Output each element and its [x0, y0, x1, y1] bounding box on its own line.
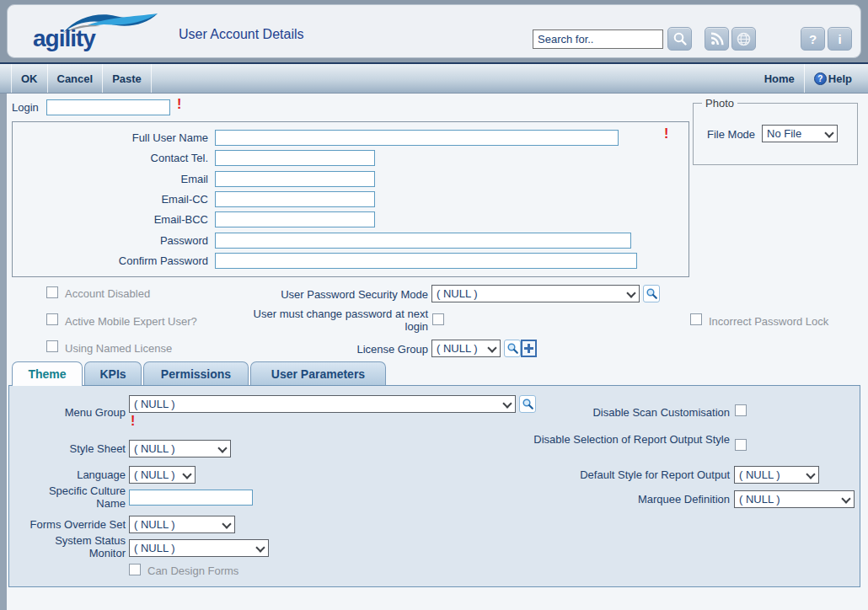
email-cc-input[interactable]: [215, 191, 375, 207]
file-mode-label: File Mode: [707, 128, 755, 141]
chevron-down-icon: [842, 495, 850, 503]
paste-button[interactable]: Paste: [103, 64, 151, 93]
cancel-button[interactable]: Cancel: [48, 64, 103, 93]
change-password-label: User must change password at next login: [240, 308, 428, 333]
license-group-add-button[interactable]: [521, 340, 537, 357]
content: Login ! Photo File Mode No File Full Use…: [0, 94, 868, 610]
globe-button[interactable]: [731, 27, 756, 51]
active-mobile-expert-label: Active Mobile Expert User?: [65, 315, 197, 328]
login-input[interactable]: [46, 99, 170, 115]
email-label: Email: [13, 173, 215, 185]
chevron-down-icon: [806, 471, 815, 479]
help-toolbar-label: Help: [828, 72, 852, 85]
magnifier-icon: [646, 287, 658, 300]
specific-culture-name-label: Specific Culture Name: [33, 484, 126, 510]
license-group-lookup-button[interactable]: [504, 340, 521, 357]
tab-user-parameters[interactable]: User Parameters: [250, 361, 386, 385]
home-button[interactable]: Home: [755, 64, 804, 93]
app-logo: agility: [26, 7, 161, 59]
password-row: Password: [13, 233, 631, 249]
help-icon: ?: [809, 32, 817, 46]
help-toolbar-button[interactable]: ?Help: [805, 64, 861, 93]
style-sheet-select[interactable]: ( NULL ): [129, 440, 231, 458]
forms-override-set-select[interactable]: ( NULL ): [129, 516, 235, 533]
chevron-down-icon: [183, 471, 191, 479]
email-bcc-input[interactable]: [215, 211, 375, 227]
login-label: Login: [12, 101, 39, 114]
active-mobile-expert-checkbox[interactable]: [46, 313, 58, 325]
default-report-output-style-label: Default Style for Report Output: [561, 468, 730, 481]
info-icon: i: [838, 32, 841, 46]
license-group-select[interactable]: ( NULL ): [431, 340, 501, 357]
menu-group-lookup-button[interactable]: [519, 395, 536, 413]
can-design-forms-checkbox[interactable]: [129, 564, 141, 575]
theme-tab-panel: Menu Group ( NULL ) ! Style Sheet ( NULL…: [8, 385, 860, 587]
tab-permissions[interactable]: Permissions: [143, 361, 249, 385]
toolbar-separator: [151, 64, 152, 93]
email-row: Email: [13, 171, 375, 187]
confirm-password-label: Confirm Password: [13, 254, 215, 267]
system-status-monitor-select[interactable]: ( NULL ): [129, 539, 269, 557]
login-required-mark: !: [177, 97, 181, 112]
full-user-name-input[interactable]: [215, 130, 619, 146]
marquee-definition-select[interactable]: ( NULL ): [734, 490, 855, 508]
ok-button[interactable]: OK: [12, 64, 47, 93]
using-named-license-label: Using Named License: [65, 342, 172, 355]
contact-tel-input[interactable]: [215, 150, 375, 166]
account-disabled-checkbox[interactable]: [46, 286, 58, 298]
password-security-mode-select[interactable]: ( NULL ): [431, 285, 640, 302]
file-mode-select[interactable]: No File: [762, 125, 838, 142]
language-select[interactable]: ( NULL ): [129, 466, 196, 484]
specific-culture-name-input[interactable]: [129, 490, 253, 506]
magnifier-icon: [506, 342, 519, 355]
confirm-password-input[interactable]: [215, 253, 637, 269]
user-details-panel: Full User Name ! Contact Tel. Email Emai…: [12, 121, 689, 277]
chevron-down-icon: [218, 445, 227, 452]
tab-theme[interactable]: Theme: [12, 361, 83, 386]
email-input[interactable]: [215, 171, 375, 187]
forms-override-set-label: Forms Override Set: [16, 518, 126, 531]
password-security-mode-label: User Password Security Mode: [236, 288, 428, 301]
confirm-password-row: Confirm Password: [13, 253, 637, 269]
photo-legend: Photo: [702, 97, 737, 110]
rss-button[interactable]: [705, 27, 729, 51]
email-cc-row: Email-CC: [13, 191, 375, 207]
header-band: agility User Account Details ? i: [0, 0, 868, 62]
email-cc-label: Email-CC: [13, 193, 215, 206]
toolbar-left: OK Cancel Paste: [0, 64, 152, 93]
email-bcc-label: Email-BCC: [13, 213, 215, 226]
tab-kpis[interactable]: KPIs: [84, 361, 142, 385]
full-user-name-label: Full User Name: [13, 131, 215, 144]
password-label: Password: [13, 234, 215, 247]
language-label: Language: [24, 468, 126, 481]
photo-fieldset: Photo File Mode No File: [693, 103, 858, 165]
password-input[interactable]: [215, 233, 631, 249]
default-report-output-style-select[interactable]: ( NULL ): [734, 466, 819, 484]
disable-report-output-style-checkbox[interactable]: [735, 439, 747, 451]
system-status-monitor-label: System Status Monitor: [37, 534, 126, 559]
menu-group-select[interactable]: ( NULL ): [129, 395, 516, 413]
password-security-mode-lookup-button[interactable]: [643, 285, 660, 302]
using-named-license-checkbox[interactable]: [46, 340, 58, 352]
search-input[interactable]: [533, 29, 663, 49]
contact-tel-row: Contact Tel.: [13, 150, 375, 166]
left-edge-strip: [0, 94, 7, 610]
disable-report-output-style-label: Disable Selection of Report Output Style: [528, 433, 730, 446]
full-user-name-required-mark: !: [664, 126, 668, 142]
logo-text: agility: [33, 25, 95, 52]
contact-tel-label: Contact Tel.: [13, 152, 215, 164]
license-group-label: License Group: [344, 343, 428, 356]
info-button[interactable]: i: [828, 27, 852, 51]
change-password-checkbox[interactable]: [432, 313, 444, 325]
incorrect-password-lock-label: Incorrect Password Lock: [709, 315, 828, 328]
help-button[interactable]: ?: [801, 27, 825, 51]
incorrect-password-lock-checkbox[interactable]: [690, 313, 702, 325]
search-button[interactable]: [667, 27, 692, 51]
chevron-down-icon: [627, 290, 635, 297]
toolbar-right: Home ?Help: [755, 64, 868, 93]
globe-icon: [736, 31, 752, 47]
full-user-name-row: Full User Name: [13, 130, 619, 146]
page-title: User Account Details: [179, 27, 304, 42]
disable-scan-customisation-checkbox[interactable]: [735, 404, 747, 416]
chevron-down-icon: [503, 400, 512, 408]
